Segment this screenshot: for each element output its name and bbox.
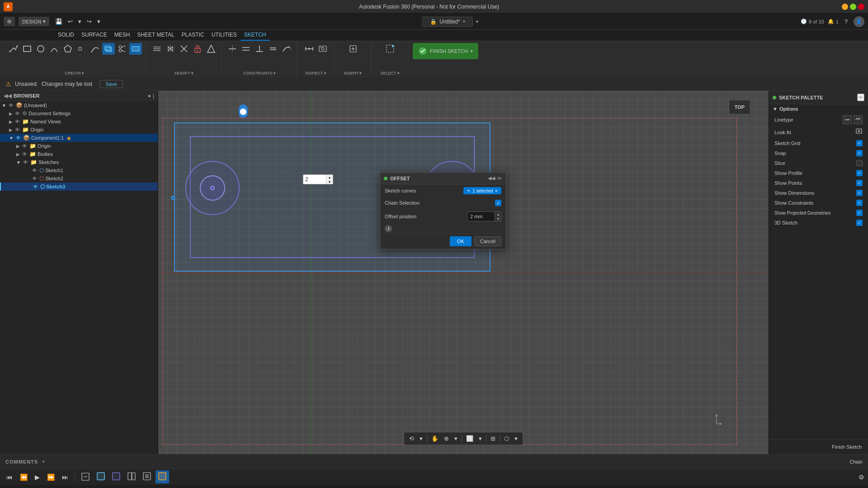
parallel-button[interactable] bbox=[240, 43, 252, 55]
eye-icon[interactable]: 👁 bbox=[9, 103, 14, 108]
new-tab-button[interactable]: + bbox=[473, 16, 481, 27]
show-projected-item[interactable]: Show Projected Geometries ✓ bbox=[769, 208, 868, 218]
offset-spin-down[interactable]: ▾ bbox=[495, 216, 501, 221]
tree-item-sketches[interactable]: ▼ 👁 📁 Sketches bbox=[0, 158, 158, 166]
nav-tool-1[interactable] bbox=[79, 471, 92, 483]
3d-sketch-item[interactable]: 3D Sketch ✓ bbox=[769, 218, 868, 228]
tab-close-icon[interactable]: × bbox=[463, 19, 466, 24]
ok-button[interactable]: OK bbox=[450, 236, 472, 246]
triangle-tool-button[interactable] bbox=[205, 43, 217, 55]
tree-item-sketch1[interactable]: 👁 ⬡ Sketch1 bbox=[0, 166, 158, 174]
collapse-browser-icon[interactable]: ◀◀ bbox=[4, 93, 12, 99]
polygon-tool-button[interactable] bbox=[61, 43, 74, 55]
rectangle-tool-button[interactable] bbox=[21, 43, 33, 55]
arc-tool-button[interactable] bbox=[48, 43, 61, 55]
snap-checkbox[interactable]: ✓ bbox=[856, 150, 863, 156]
insert-button[interactable] bbox=[347, 43, 359, 55]
tab-surface[interactable]: SURFACE bbox=[78, 30, 111, 41]
redo-dropdown-button[interactable]: ▾ bbox=[95, 16, 103, 27]
conic-tool-button[interactable] bbox=[89, 43, 101, 55]
show-dimensions-checkbox[interactable]: ✓ bbox=[856, 190, 863, 196]
zoom-dropdown-button[interactable]: ▾ bbox=[452, 434, 460, 443]
help-button[interactable]: ? bbox=[842, 16, 850, 27]
create-section-label[interactable]: CREATE ▾ bbox=[65, 70, 85, 75]
tree-item-doc-settings[interactable]: ▶ 👁 ⚙ Document Settings bbox=[0, 109, 158, 117]
nav-play-button[interactable]: ▶ bbox=[32, 472, 42, 483]
tree-item-sketch2[interactable]: 👁 ⬡ Sketch2 bbox=[0, 174, 158, 183]
nav-first-button[interactable]: ⏮ bbox=[4, 472, 15, 483]
3d-sketch-checkbox[interactable]: ✓ bbox=[856, 220, 863, 226]
eye-icon[interactable]: 👁 bbox=[32, 168, 37, 173]
nav-tool-6[interactable] bbox=[156, 470, 169, 483]
nav-last-button[interactable]: ⏭ bbox=[59, 472, 71, 483]
show-projected-checkbox[interactable]: ✓ bbox=[856, 210, 863, 216]
show-points-item[interactable]: Show Points ✓ bbox=[769, 178, 868, 188]
minimize-button[interactable] bbox=[842, 4, 848, 10]
eye-icon[interactable]: 👁 bbox=[32, 176, 37, 181]
tree-item-unsaved[interactable]: ▼ 👁 📦 (Unsaved) bbox=[0, 101, 158, 109]
eye-icon[interactable]: 👁 bbox=[22, 143, 27, 149]
cancel-button[interactable]: Cancel bbox=[474, 236, 501, 246]
show-constraints-checkbox[interactable]: ✓ bbox=[856, 200, 863, 206]
inspect-section-label[interactable]: INSPECT ▾ bbox=[305, 70, 326, 75]
tab-sheet-metal[interactable]: SHEET METAL bbox=[133, 30, 178, 41]
tab-plastic[interactable]: PLASTIC bbox=[178, 30, 208, 41]
constraints-section-label[interactable]: CONSTRAINTS ▾ bbox=[243, 70, 276, 75]
mirror-tool-button[interactable] bbox=[164, 43, 177, 55]
show-points-checkbox[interactable]: ✓ bbox=[856, 180, 863, 186]
clear-selection-button[interactable]: × bbox=[495, 188, 498, 193]
cross-tool-button[interactable] bbox=[178, 43, 190, 55]
grid-menu-button[interactable]: ⊞ bbox=[4, 17, 15, 26]
info-icon[interactable]: ℹ bbox=[385, 225, 392, 232]
selected-badge[interactable]: ↖ 1 selected × bbox=[463, 187, 501, 194]
add-comment-button[interactable]: + bbox=[42, 458, 45, 465]
sketch-grid-item[interactable]: Sketch Grid ✓ bbox=[769, 138, 868, 148]
browser-pin-button[interactable]: ● bbox=[148, 93, 151, 99]
display-mode-button[interactable]: ⬜ bbox=[464, 434, 476, 443]
redo-button[interactable]: ↪ bbox=[85, 16, 94, 27]
line-tool-button[interactable] bbox=[7, 43, 20, 55]
sketch-grid-checkbox[interactable]: ✓ bbox=[856, 140, 863, 146]
tab-mesh[interactable]: MESH bbox=[111, 30, 134, 41]
view-cube[interactable]: TOP bbox=[729, 100, 750, 114]
view-cube-button[interactable]: ⬡ bbox=[502, 434, 511, 443]
user-button[interactable]: 👤 bbox=[854, 16, 864, 27]
nav-tool-3[interactable] bbox=[109, 470, 123, 483]
save-button[interactable]: Save bbox=[99, 80, 123, 88]
eye-icon[interactable]: 👁 bbox=[33, 184, 38, 189]
eye-icon[interactable]: 👁 bbox=[16, 135, 21, 141]
finish-sketch-ribbon-button[interactable]: FINISH SKETCH ▾ bbox=[413, 43, 478, 59]
maximize-button[interactable] bbox=[850, 4, 856, 10]
pan-tool-button[interactable]: ✋ bbox=[429, 434, 441, 443]
inline-value-input[interactable] bbox=[303, 175, 326, 183]
tab-utilities[interactable]: UTILITIES bbox=[208, 30, 241, 41]
tree-item-sketch3[interactable]: 👁 ⬡ Sketch3 bbox=[0, 183, 158, 191]
screenshot-button[interactable] bbox=[316, 43, 329, 55]
tab-sketch[interactable]: SKETCH bbox=[241, 30, 270, 41]
nav-tool-4[interactable] bbox=[125, 470, 138, 483]
offset-position-input[interactable] bbox=[467, 212, 495, 221]
grid-button[interactable]: ⊞ bbox=[488, 434, 498, 443]
drag-handle[interactable]: ⬤ bbox=[239, 104, 248, 118]
viewcube-dropdown-button[interactable]: ▾ bbox=[512, 434, 520, 443]
tree-item-origin2[interactable]: ▶ 👁 📁 Origin bbox=[0, 142, 158, 150]
lock-tool-button[interactable] bbox=[191, 43, 204, 55]
close-button[interactable] bbox=[858, 4, 864, 10]
show-profile-checkbox[interactable]: ✓ bbox=[856, 170, 863, 176]
show-constraints-item[interactable]: Show Constraints ✓ bbox=[769, 198, 868, 208]
snap-item[interactable]: Snap ✓ bbox=[769, 148, 868, 158]
measure-button[interactable] bbox=[303, 43, 316, 55]
tangent-button[interactable] bbox=[280, 43, 293, 55]
sketch-palette-expand[interactable]: ≫ bbox=[857, 94, 864, 101]
tab-solid[interactable]: SOLID bbox=[54, 30, 78, 41]
offset-spin-up[interactable]: ▴ bbox=[495, 212, 501, 216]
slice-checkbox[interactable] bbox=[856, 160, 863, 166]
eye-icon[interactable]: 👁 bbox=[15, 111, 20, 116]
insert-section-label[interactable]: INSERT ▾ bbox=[344, 70, 362, 75]
nav-tool-2[interactable] bbox=[94, 470, 108, 483]
nav-prev-button[interactable]: ⏪ bbox=[17, 472, 30, 483]
display-dropdown-button[interactable]: ▾ bbox=[476, 434, 484, 443]
finish-sketch-palette-button[interactable]: Finish Sketch bbox=[772, 442, 865, 451]
hatch-tool-button[interactable] bbox=[151, 43, 163, 55]
spline-tool-button[interactable] bbox=[75, 43, 88, 55]
